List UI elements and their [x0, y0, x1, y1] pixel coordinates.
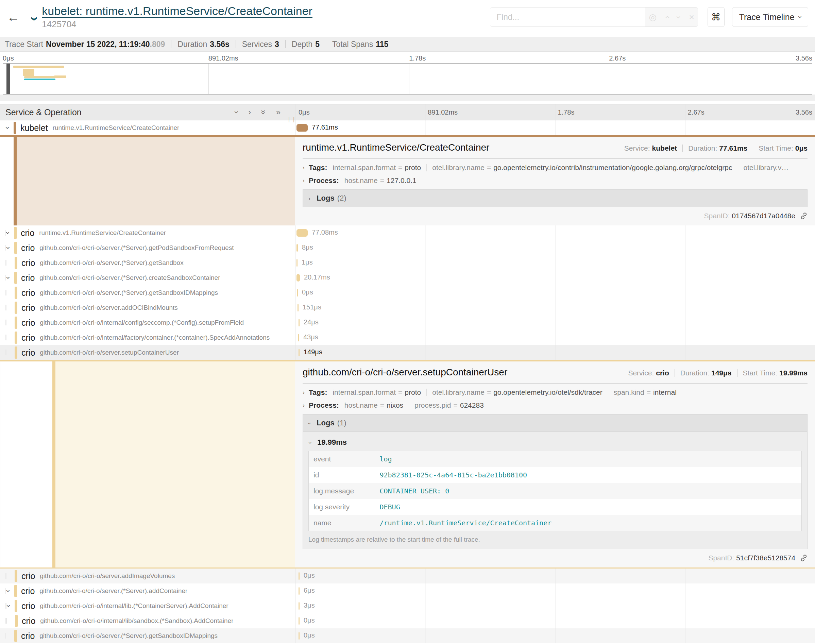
span-duration-bar[interactable] [298, 334, 299, 341]
span-bar-cell[interactable]: 1μs [295, 255, 815, 270]
span-chevron-down-icon[interactable]: › [6, 587, 14, 595]
span-bar-cell[interactable]: 0μs [295, 629, 815, 643]
span-row[interactable]: › crio github.com/cri-o/cri-o/internal/l… [0, 613, 815, 629]
span-bar-cell[interactable]: 77.61ms [295, 120, 815, 135]
next-result-icon[interactable]: › [674, 15, 684, 19]
span-row[interactable]: › crio github.com/cri-o/cri-o/server.set… [0, 345, 815, 360]
tags-row[interactable]: › Tags: internal.span.format=protootel.l… [303, 164, 807, 172]
link-icon[interactable] [800, 554, 807, 563]
span-bar-cell[interactable]: 24μs [295, 315, 815, 330]
span-duration-bar[interactable] [299, 617, 300, 625]
span-row[interactable]: › crio github.com/cri-o/cri-o/internal/f… [0, 330, 815, 345]
span-bar-cell[interactable]: 3μs [295, 598, 815, 613]
span-row[interactable]: › crio github.com/cri-o/cri-o/server.(*S… [0, 241, 815, 255]
span-name-cell[interactable]: › crio github.com/cri-o/cri-o/internal/l… [0, 598, 295, 613]
span-duration-bar[interactable] [297, 304, 299, 311]
span-bar-cell[interactable]: 0μs [295, 569, 815, 583]
span-row[interactable]: › crio github.com/cri-o/cri-o/internal/c… [0, 315, 815, 330]
locate-icon[interactable]: ◎ [649, 12, 657, 23]
span-bar-cell[interactable]: 6μs [295, 583, 815, 598]
span-duration-bar[interactable] [299, 587, 300, 595]
collapse-one-icon[interactable]: › [232, 111, 241, 113]
link-icon[interactable] [800, 212, 807, 221]
span-duration-bar[interactable] [297, 124, 308, 132]
span-chevron-down-icon[interactable]: › [6, 244, 14, 252]
span-duration-bar[interactable] [297, 274, 300, 282]
expand-all-icon[interactable]: » [276, 107, 280, 117]
span-name-cell[interactable]: › kubelet runtime.v1.RuntimeService/Crea… [0, 120, 295, 135]
span-name-cell[interactable]: › crio github.com/cri-o/cri-o/server.add… [0, 300, 295, 315]
process-row[interactable]: › Process: host.name=nixosprocess.pid=62… [303, 401, 807, 409]
span-duration-bar[interactable] [299, 602, 300, 610]
tags-row[interactable]: › Tags: internal.span.format=protootel.l… [303, 388, 807, 396]
span-name-cell[interactable]: › crio github.com/cri-o/cri-o/server.(*S… [0, 629, 295, 643]
column-resize-handle[interactable]: ❘❘ [286, 116, 297, 123]
span-bar-cell[interactable]: 43μs [295, 330, 815, 345]
log-field-key: name [309, 515, 375, 531]
span-name-cell[interactable]: › crio github.com/cri-o/cri-o/internal/l… [0, 613, 295, 629]
span-duration-bar[interactable] [299, 632, 300, 639]
clear-search-icon[interactable]: × [689, 12, 694, 23]
trace-view-selector[interactable]: Trace Timeline › [732, 7, 808, 27]
span-duration-bar[interactable] [299, 349, 300, 356]
span-bar-cell[interactable]: 151μs [295, 300, 815, 315]
find-input[interactable] [490, 8, 645, 26]
span-name-cell[interactable]: › crio github.com/cri-o/cri-o/internal/c… [0, 315, 295, 330]
span-row[interactable]: › crio github.com/cri-o/cri-o/internal/l… [0, 598, 815, 613]
service-color-stripe [15, 600, 17, 612]
chevron-right-icon: › [303, 402, 305, 409]
span-name-cell[interactable]: › crio github.com/cri-o/cri-o/server.(*S… [0, 241, 295, 255]
span-bar-cell[interactable]: 0μs [295, 285, 815, 300]
span-name-cell[interactable]: › crio runtime.v1.RuntimeService/CreateC… [0, 225, 295, 241]
operation-name: runtime.v1.RuntimeService/CreateContaine… [53, 124, 179, 132]
span-name-cell[interactable]: › crio github.com/cri-o/cri-o/server.(*S… [0, 285, 295, 300]
span-duration-bar[interactable] [297, 244, 298, 251]
span-chevron-down-icon[interactable]: › [6, 273, 14, 282]
span-row[interactable]: › crio github.com/cri-o/cri-o/server.(*S… [0, 270, 815, 285]
span-name-cell[interactable]: › crio github.com/cri-o/cri-o/server.add… [0, 569, 295, 583]
trace-title-link[interactable]: kubelet: runtime.v1.RuntimeService/Creat… [42, 5, 313, 17]
span-row[interactable]: › crio github.com/cri-o/cri-o/server.(*S… [0, 255, 815, 270]
span-bar-cell[interactable]: 20.17ms [295, 270, 815, 285]
span-name-cell[interactable]: › crio github.com/cri-o/cri-o/server.(*S… [0, 583, 295, 598]
span-row[interactable]: › crio github.com/cri-o/cri-o/server.add… [0, 300, 815, 315]
prev-result-icon[interactable]: › [662, 15, 672, 19]
span-duration-bar[interactable] [297, 259, 297, 267]
span-bar-cell[interactable]: 149μs [295, 345, 815, 360]
span-bar-cell[interactable]: 0μs [295, 613, 815, 629]
log-entry-toggle[interactable]: › 19.99ms [309, 438, 802, 447]
span-duration-bar[interactable] [297, 289, 298, 296]
logs-toggle[interactable]: › Logs(1) [303, 414, 807, 432]
logs-toggle[interactable]: › Logs(2) [303, 189, 807, 207]
span-bar-cell[interactable]: 77.08ms [295, 225, 815, 241]
span-row[interactable]: › kubelet runtime.v1.RuntimeService/Crea… [0, 120, 815, 135]
keyboard-shortcuts-button[interactable]: ⌘ [708, 7, 725, 27]
span-chevron-down-icon[interactable]: › [6, 601, 15, 610]
span-name-cell[interactable]: › crio github.com/cri-o/cri-o/server.(*S… [0, 255, 295, 270]
span-name-cell[interactable]: › crio github.com/cri-o/cri-o/internal/f… [0, 330, 295, 345]
operation-name: github.com/cri-o/cri-o/internal/config/s… [40, 319, 244, 327]
expand-one-icon[interactable]: › [248, 107, 251, 117]
summary-label: Duration [178, 40, 207, 49]
span-name-cell[interactable]: › crio github.com/cri-o/cri-o/server.set… [0, 345, 295, 360]
collapse-all-icon[interactable]: » [259, 110, 268, 114]
span-bar-cell[interactable]: 8μs [295, 241, 815, 255]
span-row[interactable]: › crio github.com/cri-o/cri-o/server.(*S… [0, 629, 815, 643]
process-row[interactable]: › Process: host.name=127.0.0.1 [303, 176, 807, 185]
span-chevron-down-icon[interactable]: › [5, 123, 14, 132]
minimap-canvas[interactable] [3, 63, 812, 95]
span-row[interactable]: › crio runtime.v1.RuntimeService/CreateC… [0, 225, 815, 241]
span-duration-bar[interactable] [299, 572, 300, 580]
span-row[interactable]: › crio github.com/cri-o/cri-o/server.(*S… [0, 285, 815, 300]
span-duration-bar[interactable] [299, 319, 300, 327]
span-chevron-down-icon[interactable]: › [6, 228, 14, 237]
span-duration-bar[interactable] [297, 229, 308, 237]
duration-label: Duration: [688, 144, 717, 152]
span-name-cell[interactable]: › crio github.com/cri-o/cri-o/server.(*S… [0, 270, 295, 285]
span-row[interactable]: › crio github.com/cri-o/cri-o/server.add… [0, 569, 815, 583]
summary-value-suffix: .809 [150, 40, 165, 49]
collapse-trace-chevron-icon[interactable]: › [27, 16, 43, 21]
back-button[interactable]: ← [7, 10, 26, 25]
minimap-viewport-handle[interactable] [6, 64, 10, 94]
span-row[interactable]: › crio github.com/cri-o/cri-o/server.(*S… [0, 583, 815, 598]
